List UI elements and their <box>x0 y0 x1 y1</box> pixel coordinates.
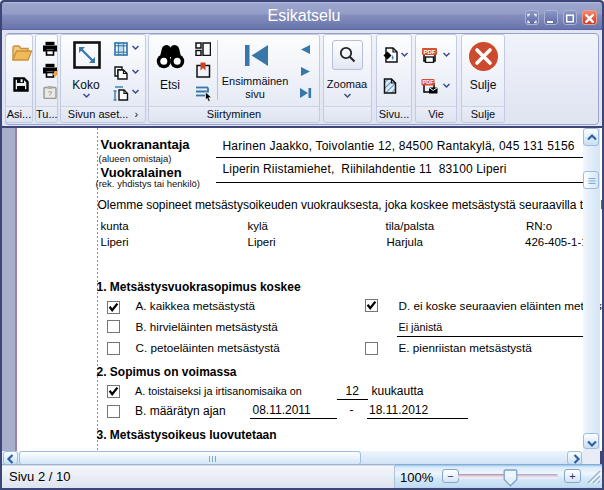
svg-text:PDF: PDF <box>423 79 435 85</box>
svg-text:PDF: PDF <box>424 49 436 55</box>
svg-text:?: ? <box>48 90 52 97</box>
